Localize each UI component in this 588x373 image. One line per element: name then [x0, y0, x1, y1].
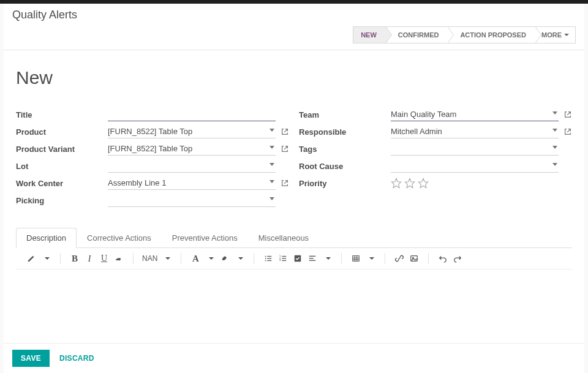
label-responsible: Responsible	[299, 127, 391, 137]
svg-rect-6	[268, 258, 272, 258]
notebook-tabs: Description Corrective Actions Preventiv…	[16, 228, 572, 248]
status-step-label: NEW	[361, 31, 377, 39]
bold-button[interactable]: B	[68, 252, 81, 265]
label-product: Product	[16, 127, 108, 137]
external-link-icon[interactable]	[281, 127, 289, 136]
caret-down-icon[interactable]	[364, 252, 377, 265]
font-color-button[interactable]: A	[189, 252, 202, 265]
discard-button[interactable]: DISCARD	[56, 353, 98, 363]
caret-down-icon[interactable]	[39, 252, 53, 265]
save-button[interactable]: SAVE	[12, 350, 50, 367]
status-step-confirmed[interactable]: CONFIRMED	[385, 26, 448, 43]
star-icon[interactable]	[391, 178, 402, 189]
svg-rect-18	[309, 260, 316, 261]
redo-button[interactable]	[451, 252, 464, 265]
svg-rect-10	[282, 256, 287, 257]
priority-stars	[391, 178, 429, 189]
status-step-label: CONFIRMED	[398, 31, 439, 39]
tags-input[interactable]	[391, 142, 559, 156]
svg-point-3	[265, 256, 266, 257]
responsible-input[interactable]	[391, 125, 559, 138]
team-input[interactable]	[391, 108, 559, 121]
align-dropdown[interactable]	[306, 252, 319, 265]
tab-preventive-actions[interactable]: Preventive Actions	[162, 228, 248, 248]
ordered-list-button[interactable]: 123	[276, 252, 290, 265]
svg-text:3: 3	[279, 258, 281, 262]
caret-down-icon[interactable]	[233, 252, 246, 265]
lot-input[interactable]	[108, 159, 276, 173]
title-input[interactable]	[108, 108, 276, 121]
checklist-button[interactable]	[291, 252, 304, 265]
picking-input[interactable]	[108, 194, 276, 207]
work-center-input[interactable]	[108, 176, 276, 190]
tab-corrective-actions[interactable]: Corrective Actions	[77, 228, 162, 248]
description-editor[interactable]	[16, 269, 572, 343]
svg-marker-0	[392, 179, 401, 188]
caret-down-icon[interactable]	[320, 252, 334, 265]
status-more-label: MORE	[541, 31, 562, 39]
star-icon[interactable]	[418, 178, 429, 189]
caret-down-icon	[564, 34, 569, 36]
underline-button[interactable]: U	[97, 252, 111, 265]
svg-rect-16	[309, 256, 316, 257]
tab-description[interactable]: Description	[16, 228, 77, 248]
product-input[interactable]	[108, 125, 276, 138]
svg-rect-8	[268, 260, 272, 261]
font-size-dropdown[interactable]: NAN	[141, 254, 159, 263]
label-title: Title	[16, 110, 108, 119]
undo-button[interactable]	[436, 252, 450, 265]
external-link-icon[interactable]	[564, 127, 572, 136]
svg-rect-12	[282, 258, 287, 258]
status-bar: NEW CONFIRMED ACTION PROPOSED MORE	[4, 21, 584, 50]
svg-marker-1	[405, 179, 415, 188]
label-tags: Tags	[299, 145, 391, 154]
caret-down-icon[interactable]	[203, 252, 217, 265]
svg-marker-2	[419, 179, 428, 188]
background-color-button[interactable]	[218, 252, 232, 265]
label-lot: Lot	[16, 162, 108, 171]
style-dropdown[interactable]	[24, 252, 38, 265]
italic-button[interactable]: I	[83, 252, 96, 265]
record-title: New	[16, 67, 572, 88]
external-link-icon[interactable]	[281, 145, 289, 153]
label-product-variant: Product Variant	[16, 145, 108, 154]
svg-rect-19	[353, 256, 360, 262]
link-button[interactable]	[393, 252, 406, 265]
svg-rect-17	[309, 258, 314, 258]
status-step-new[interactable]: NEW	[353, 26, 386, 43]
breadcrumb-title[interactable]: Quality Alerts	[12, 9, 77, 21]
product-variant-input[interactable]	[108, 142, 276, 156]
svg-rect-14	[282, 260, 287, 261]
star-icon[interactable]	[404, 178, 415, 189]
label-work-center: Work Center	[16, 179, 108, 188]
table-dropdown[interactable]	[349, 252, 363, 265]
unordered-list-button[interactable]	[262, 252, 275, 265]
remove-format-button[interactable]	[112, 252, 126, 265]
caret-down-icon[interactable]	[160, 252, 173, 265]
editor-toolbar: B I U NAN A	[16, 248, 572, 269]
label-team: Team	[299, 110, 391, 119]
image-button[interactable]	[407, 252, 421, 265]
status-step-action-proposed[interactable]: ACTION PROPOSED	[447, 26, 535, 43]
label-picking: Picking	[16, 196, 108, 205]
svg-rect-4	[268, 256, 272, 257]
tab-miscellaneous[interactable]: Miscellaneous	[248, 228, 319, 248]
svg-point-5	[265, 258, 266, 259]
root-cause-input[interactable]	[391, 159, 559, 173]
external-link-icon[interactable]	[281, 179, 289, 187]
label-priority: Priority	[299, 179, 391, 188]
status-step-label: ACTION PROPOSED	[460, 31, 526, 39]
external-link-icon[interactable]	[564, 110, 572, 119]
svg-point-7	[265, 260, 266, 262]
label-root-cause: Root Cause	[299, 162, 391, 171]
